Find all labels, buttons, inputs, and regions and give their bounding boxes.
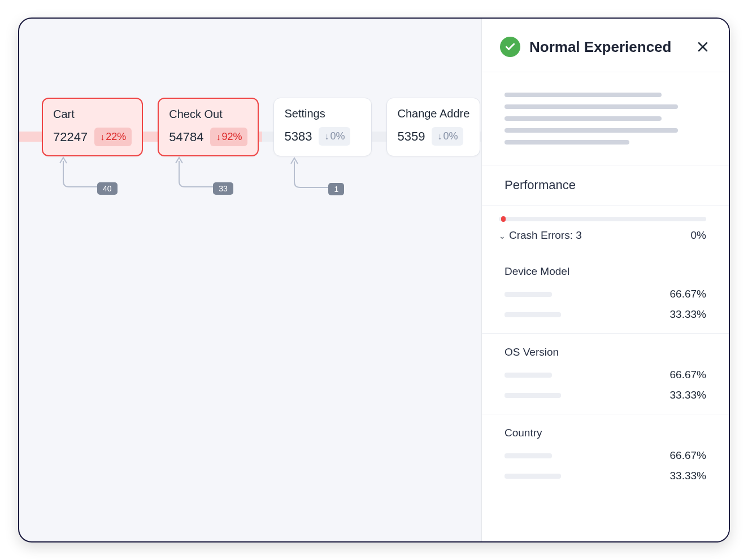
dimension-row: 33.33% bbox=[505, 470, 706, 482]
dimension-value: 33.33% bbox=[670, 389, 706, 401]
dimension-title: Country bbox=[505, 427, 706, 439]
close-icon bbox=[698, 42, 708, 52]
dimension-value: 33.33% bbox=[670, 470, 706, 482]
country-section: Country 66.67% 33.33% bbox=[482, 414, 729, 495]
arrow-down-icon: ↓ bbox=[100, 132, 105, 142]
details-panel: Normal Experienced Performance bbox=[481, 19, 729, 541]
node-value: 54784 bbox=[169, 130, 203, 145]
arrow-down-icon: ↓ bbox=[437, 132, 442, 142]
arrow-down-icon: ↓ bbox=[216, 132, 220, 142]
node-title: Cart bbox=[53, 108, 132, 121]
flow-node-settings[interactable]: Settings 5383 ↓0% 1 bbox=[273, 98, 372, 156]
node-value: 72247 bbox=[53, 130, 88, 145]
crash-progress-bar bbox=[499, 217, 706, 221]
node-title: Check Out bbox=[169, 108, 247, 121]
dimension-label-placeholder bbox=[505, 373, 552, 378]
placeholder-line bbox=[505, 93, 662, 97]
panel-header: Normal Experienced bbox=[482, 19, 729, 72]
node-delta: ↓0% bbox=[432, 127, 463, 146]
dimension-label-placeholder bbox=[505, 393, 561, 398]
dimension-row: 33.33% bbox=[505, 389, 706, 401]
dimension-title: OS Version bbox=[505, 346, 706, 358]
flow-node-change-address[interactable]: Change Addre 5359 ↓0% 1 bbox=[386, 98, 480, 156]
node-delta: ↓22% bbox=[94, 128, 132, 146]
dimension-row: 66.67% bbox=[505, 369, 706, 381]
node-badge: 40 bbox=[97, 182, 118, 195]
dimension-label-placeholder bbox=[505, 453, 552, 458]
dimension-value: 66.67% bbox=[670, 369, 706, 381]
node-delta: ↓92% bbox=[210, 128, 247, 146]
placeholder-line bbox=[505, 140, 629, 145]
arrow-down-icon: ↓ bbox=[324, 132, 329, 142]
node-value: 5383 bbox=[284, 129, 312, 144]
close-button[interactable] bbox=[695, 39, 711, 55]
node-value: 5359 bbox=[397, 129, 425, 144]
app-window: Cart 72247 ↓22% 40 Check Out bbox=[18, 18, 730, 542]
dimension-label-placeholder bbox=[505, 474, 561, 479]
placeholder-line bbox=[505, 116, 662, 121]
description-placeholder bbox=[482, 72, 729, 165]
panel-title: Normal Experienced bbox=[529, 38, 686, 56]
crash-progress-indicator bbox=[501, 216, 506, 222]
crash-errors-percent: 0% bbox=[691, 229, 706, 242]
os-version-section: OS Version 66.67% 33.33% bbox=[482, 334, 729, 414]
node-connector bbox=[405, 156, 459, 156]
dimension-row: 66.67% bbox=[505, 449, 706, 462]
check-circle-icon bbox=[500, 37, 520, 57]
dimension-value: 66.67% bbox=[670, 449, 706, 462]
flow-node-container: Cart 72247 ↓22% 40 Check Out bbox=[19, 98, 481, 156]
dimension-value: 66.67% bbox=[670, 288, 706, 300]
dimension-row: 33.33% bbox=[505, 308, 706, 321]
node-delta: ↓0% bbox=[319, 127, 350, 146]
node-badge: 1 bbox=[328, 183, 344, 195]
node-title: Settings bbox=[284, 107, 361, 120]
chevron-down-icon[interactable]: ⌄ bbox=[499, 231, 506, 240]
crash-errors-row[interactable]: ⌄ Crash Errors: 3 0% bbox=[482, 205, 729, 253]
crash-errors-label: Crash Errors: 3 bbox=[509, 229, 582, 242]
dimension-title: Device Model bbox=[505, 265, 706, 278]
flow-node-checkout[interactable]: Check Out 54784 ↓92% 33 bbox=[158, 98, 259, 156]
node-badge: 33 bbox=[213, 182, 233, 195]
dimension-label-placeholder bbox=[505, 292, 552, 297]
dimension-label-placeholder bbox=[505, 312, 561, 317]
placeholder-line bbox=[505, 128, 678, 133]
dimension-value: 33.33% bbox=[670, 308, 706, 321]
dimension-row: 66.67% bbox=[505, 288, 706, 300]
node-title: Change Addre bbox=[397, 107, 469, 120]
performance-section-title: Performance bbox=[482, 165, 729, 205]
placeholder-line bbox=[505, 104, 678, 109]
flow-canvas[interactable]: Cart 72247 ↓22% 40 Check Out bbox=[19, 19, 481, 541]
device-model-section: Device Model 66.67% 33.33% bbox=[482, 253, 729, 333]
flow-node-cart[interactable]: Cart 72247 ↓22% 40 bbox=[42, 98, 143, 156]
